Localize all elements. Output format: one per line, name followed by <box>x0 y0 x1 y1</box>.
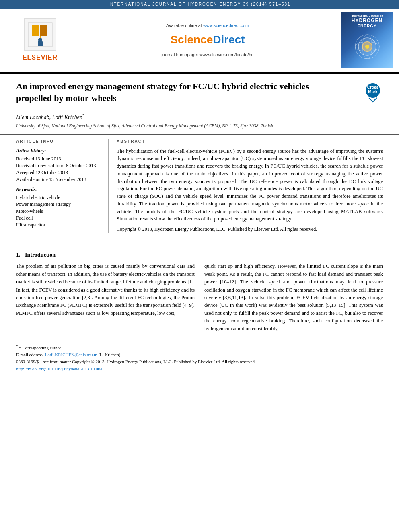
body-col-right: quick start up and high efficiency. Howe… <box>204 263 383 333</box>
keyword-1: Hybrid electric vehicle <box>16 194 102 201</box>
journal-header-text: INTERNATIONAL JOURNAL OF HYDROGEN ENERGY… <box>108 2 290 6</box>
authors-name: Islem Lachhab, Lotfi Krichen* <box>16 112 383 121</box>
introduction-heading: 1. Introduction <box>16 251 383 259</box>
journal-cover-image: International Journal of HYDROGEN ENERGY <box>341 12 393 68</box>
keyword-4: Fuel cell <box>16 215 102 222</box>
svg-rect-2 <box>32 25 39 36</box>
sciencedirect-url-link[interactable]: www.sciencedirect.com <box>203 23 249 28</box>
journal-cover-section: International Journal of HYDROGEN ENERGY <box>335 9 399 72</box>
authors-affiliation: University of Sfax, National Engineering… <box>16 123 383 129</box>
sciencedirect-center: Available online at www.sciencedirect.co… <box>80 9 335 72</box>
info-columns: ARTICLE INFO Article history: Received 1… <box>0 134 399 237</box>
abstract-column: ABSTRACT The hybridization of the fuel-c… <box>117 139 383 233</box>
keyword-2: Power management strategy <box>16 201 102 208</box>
copyright-text: Copyright © 2013, Hydrogen Energy Public… <box>117 226 383 233</box>
journal-homepage-text: journal homepage: www.elsevier.com/locat… <box>161 52 253 58</box>
issn-note: 0360-3199/$ – see front matter Copyright… <box>16 359 383 365</box>
keywords-list: Hybrid electric vehicle Power management… <box>16 194 102 228</box>
svg-point-10 <box>365 45 369 49</box>
received-date: Received 13 June 2013 <box>16 156 102 162</box>
elsevier-brand-text: ELSEVIER <box>23 53 58 62</box>
doi-anchor[interactable]: http://dx.doi.org/10.1016/j.ijhydene.201… <box>16 366 103 371</box>
elsevier-logo-icon <box>24 18 56 51</box>
email-link[interactable]: Lotfi.KRICHEN@enis.rnu.tn <box>45 352 97 357</box>
article-history-heading: Article history: <box>16 148 102 154</box>
authors-section: Islem Lachhab, Lotfi Krichen* University… <box>0 108 399 131</box>
article-info-column: ARTICLE INFO Article history: Received 1… <box>16 139 109 233</box>
keyword-3: Motor-wheels <box>16 208 102 215</box>
accepted-date: Accepted 12 October 2013 <box>16 169 102 176</box>
body-col-left: The problem of air pollution in big citi… <box>16 263 195 333</box>
keywords-heading: Keywords: <box>16 186 102 193</box>
abstract-text: The hybridization of the fuel-cell elect… <box>117 148 383 223</box>
journal-header-bar: INTERNATIONAL JOURNAL OF HYDROGEN ENERGY… <box>0 0 399 9</box>
keyword-5: Ultra-capacitor <box>16 222 102 228</box>
svg-text:Mark: Mark <box>368 90 378 94</box>
doi-link[interactable]: http://dx.doi.org/10.1016/j.ijhydene.201… <box>16 366 383 372</box>
available-online-label: Available online at www.sciencedirect.co… <box>166 23 249 29</box>
received-revised-date: Received in revised form 8 October 2013 <box>16 162 102 169</box>
intro-col2-text: quick start up and high efficiency. Howe… <box>204 263 383 333</box>
article-info-heading: ARTICLE INFO <box>16 139 102 144</box>
corresponding-author-note: * * Corresponding author. <box>16 344 383 351</box>
page-footer: * * Corresponding author. E-mail address… <box>16 341 383 376</box>
abstract-heading: ABSTRACT <box>117 139 383 144</box>
available-online-date: Available online 13 November 2013 <box>16 176 102 183</box>
elsevier-logo-section: ELSEVIER <box>0 9 80 72</box>
two-col-content: The problem of air pollution in big citi… <box>16 263 383 333</box>
brand-area: ELSEVIER Available online at www.science… <box>0 9 399 73</box>
article-main-title: An improved energy management strategy f… <box>16 81 314 104</box>
intro-col1-text: The problem of air pollution in big citi… <box>16 263 195 317</box>
svg-point-4 <box>38 38 42 42</box>
crossmark-badge[interactable]: Cross Mark <box>363 82 383 103</box>
article-title-section: An improved energy management strategy f… <box>0 74 399 108</box>
main-body: 1. Introduction The problem of air pollu… <box>0 237 399 333</box>
svg-text:Cross: Cross <box>367 85 379 90</box>
svg-rect-3 <box>40 25 47 36</box>
svg-rect-5 <box>38 41 43 46</box>
sciencedirect-logo: ScienceDirect <box>170 32 245 47</box>
email-note: E-mail address: Lotfi.KRICHEN@enis.rnu.t… <box>16 352 383 358</box>
